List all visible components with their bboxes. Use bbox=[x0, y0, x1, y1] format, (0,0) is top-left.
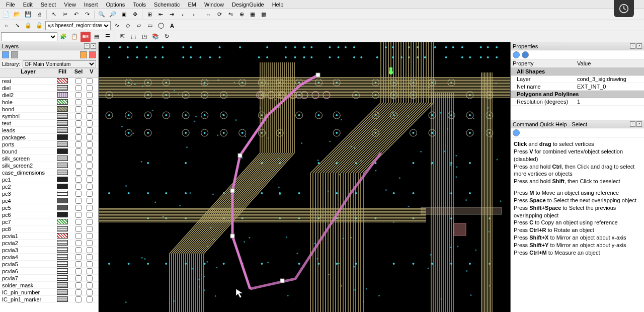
vis-checkbox[interactable] bbox=[87, 219, 93, 225]
vis-checkbox[interactable] bbox=[87, 127, 93, 133]
lock-icon[interactable]: 🔒 bbox=[23, 21, 33, 31]
vis-checkbox[interactable] bbox=[87, 85, 93, 91]
sel-checkbox[interactable] bbox=[75, 254, 82, 260]
sel-checkbox[interactable] bbox=[75, 184, 82, 190]
vis-checkbox[interactable] bbox=[87, 141, 93, 147]
sel-checkbox[interactable] bbox=[75, 99, 82, 105]
redo-icon[interactable]: ↷ bbox=[82, 10, 92, 20]
polyline-icon[interactable]: ∿ bbox=[112, 21, 122, 31]
em-icon[interactable]: EM bbox=[80, 32, 91, 42]
sel-checkbox[interactable] bbox=[75, 268, 82, 274]
vis-checkbox[interactable] bbox=[87, 247, 93, 253]
sel-checkbox[interactable] bbox=[75, 106, 82, 112]
mirror-icon[interactable]: ⇋ bbox=[225, 10, 235, 20]
circle-icon[interactable]: ○ bbox=[1, 21, 11, 31]
vis-checkbox[interactable] bbox=[87, 254, 93, 260]
sel-checkbox[interactable] bbox=[75, 141, 82, 147]
align-left-icon[interactable]: ⇤ bbox=[155, 10, 166, 20]
layer-row[interactable]: pc1 bbox=[0, 176, 98, 183]
sel-checkbox[interactable] bbox=[75, 261, 82, 267]
gear-icon[interactable] bbox=[513, 51, 520, 58]
layer-row[interactable]: pc7 bbox=[0, 218, 98, 225]
sel-checkbox[interactable] bbox=[75, 120, 82, 126]
zoom-fit-icon[interactable]: ▣ bbox=[119, 10, 129, 20]
snap-icon[interactable]: ▦ bbox=[248, 10, 258, 20]
ellipse-icon[interactable]: ◯ bbox=[156, 21, 166, 31]
layer-row[interactable]: hole bbox=[0, 99, 98, 106]
vis-checkbox[interactable] bbox=[87, 275, 93, 281]
layer-row[interactable]: text bbox=[0, 120, 98, 127]
rotate-icon[interactable]: ⟳ bbox=[214, 10, 224, 20]
unlock-icon[interactable]: 🔓 bbox=[34, 21, 44, 31]
sel-checkbox[interactable] bbox=[75, 198, 82, 204]
measure-icon[interactable]: ↔ bbox=[203, 10, 213, 20]
sel-checkbox[interactable] bbox=[75, 226, 82, 232]
zoom-out-icon[interactable]: 🔎 bbox=[108, 10, 118, 20]
vis-icon[interactable] bbox=[11, 51, 18, 58]
layer-row[interactable]: pc5 bbox=[0, 204, 98, 211]
sel-checkbox[interactable] bbox=[75, 134, 82, 140]
layer-row[interactable]: IC_pin1_marker bbox=[0, 296, 98, 303]
menu-window[interactable]: Window bbox=[200, 2, 228, 8]
layer-row[interactable]: pcvia7 bbox=[0, 275, 98, 282]
chevron-left-icon[interactable]: ‹ bbox=[178, 10, 188, 20]
export-icon[interactable]: ⇱ bbox=[117, 32, 127, 42]
sel-checkbox[interactable] bbox=[75, 170, 82, 176]
layout-canvas[interactable] bbox=[99, 42, 511, 312]
path-icon[interactable]: ▱ bbox=[134, 21, 144, 31]
sel-checkbox[interactable] bbox=[75, 177, 82, 183]
layer-row[interactable]: pcvia2 bbox=[0, 240, 98, 247]
layer-row[interactable]: pc6 bbox=[0, 211, 98, 218]
vis-checkbox[interactable] bbox=[87, 134, 93, 140]
sel-checkbox[interactable] bbox=[75, 219, 82, 225]
library-select[interactable]: DF Main Momentum bbox=[23, 60, 96, 67]
prop-row[interactable]: Resolution (degrees) 1 bbox=[511, 98, 644, 106]
layer-row[interactable]: ports bbox=[0, 141, 98, 148]
menu-edit[interactable]: Edit bbox=[19, 2, 37, 8]
library-icon[interactable]: 📚 bbox=[150, 32, 160, 42]
layer-row[interactable]: pcvia6 bbox=[0, 268, 98, 275]
gear-icon[interactable] bbox=[2, 51, 9, 58]
vis-checkbox[interactable] bbox=[87, 198, 93, 204]
del-icon[interactable] bbox=[89, 51, 96, 58]
sel-checkbox[interactable] bbox=[75, 155, 82, 162]
vis-checkbox[interactable] bbox=[87, 212, 93, 218]
vis-checkbox[interactable] bbox=[87, 163, 93, 169]
component-icon[interactable]: 🧩 bbox=[58, 32, 68, 42]
prop-row[interactable]: Layer cond_3_sig:drawing bbox=[511, 75, 644, 83]
vis-checkbox[interactable] bbox=[87, 205, 93, 211]
layer-row[interactable]: symbol bbox=[0, 113, 98, 120]
layer-select[interactable]: v,s hpeesof_region::draw bbox=[45, 21, 111, 30]
open-icon[interactable]: 📂 bbox=[12, 10, 22, 20]
layer-row[interactable]: bond bbox=[0, 106, 98, 113]
menu-help[interactable]: Help bbox=[268, 2, 288, 8]
layer-row[interactable]: pcvia5 bbox=[0, 261, 98, 268]
save-icon[interactable]: 💾 bbox=[23, 10, 33, 20]
sel-checkbox[interactable] bbox=[75, 205, 82, 211]
vis-checkbox[interactable] bbox=[87, 78, 93, 84]
layers-icon[interactable]: ▤ bbox=[92, 32, 102, 42]
layer-row[interactable]: pc3 bbox=[0, 190, 98, 197]
sel-checkbox[interactable] bbox=[75, 163, 82, 169]
menu-select[interactable]: Select bbox=[37, 2, 60, 8]
menu-schematic[interactable]: Schematic bbox=[150, 2, 184, 8]
vis-checkbox[interactable] bbox=[87, 177, 93, 183]
menu-insert[interactable]: Insert bbox=[80, 2, 102, 8]
cube-icon[interactable]: ◳ bbox=[139, 32, 149, 42]
layer-row[interactable]: pcvia4 bbox=[0, 254, 98, 261]
vis-checkbox[interactable] bbox=[87, 282, 93, 288]
vis-checkbox[interactable] bbox=[87, 148, 93, 154]
info-icon[interactable] bbox=[522, 51, 529, 58]
sel-checkbox[interactable] bbox=[75, 240, 82, 246]
refresh-icon[interactable]: ↻ bbox=[162, 32, 172, 42]
rect-icon[interactable]: ▭ bbox=[145, 21, 155, 31]
sel-checkbox[interactable] bbox=[75, 113, 82, 119]
vis-checkbox[interactable] bbox=[87, 155, 93, 162]
sel-checkbox[interactable] bbox=[75, 127, 82, 133]
align-right-icon[interactable]: ⇥ bbox=[167, 10, 177, 20]
menu-tools[interactable]: Tools bbox=[129, 2, 150, 8]
vis-checkbox[interactable] bbox=[87, 261, 93, 267]
layer-row[interactable]: pc8 bbox=[0, 225, 98, 232]
vis-checkbox[interactable] bbox=[87, 268, 93, 274]
clock-icon[interactable] bbox=[614, 0, 634, 17]
